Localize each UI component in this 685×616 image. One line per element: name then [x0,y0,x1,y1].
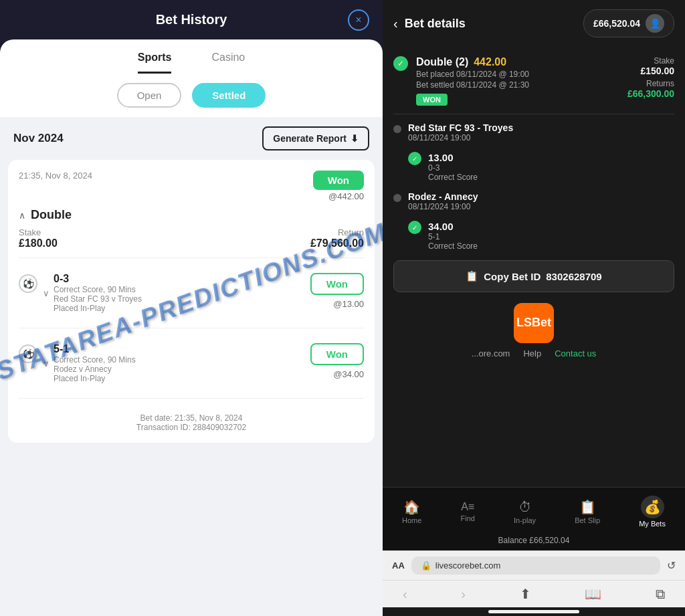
balance-amount: £66,520.04 [593,18,640,29]
stake-label-right: Stake [627,56,674,66]
right-content: ✓ Double (2) 442.00 Bet placed 08/11/202… [383,47,685,487]
filter-settled[interactable]: Settled [192,83,266,108]
nav-bookmark-icon[interactable]: 📖 [585,586,601,602]
chevron-down-icon-1: ∨ [43,288,50,298]
bet-type-label: Double [31,208,72,222]
tabs-row: Sports Casino [0,39,383,74]
bet-footer: Bet date: 21:35, Nov 8, 2024 Transaction… [19,407,364,432]
browser-bar: AA 🔒 livescorebet.com ↺ [383,550,685,580]
leg-right-1: Won @13.00 [310,273,364,309]
url-bar[interactable]: 🔒 livescorebet.com [411,556,660,575]
ls-link-contact[interactable]: Contact us [555,348,596,358]
nav-betslip-label: Bet Slip [575,516,600,524]
won-tag: WON [416,94,448,106]
leg-score-detail-1: 13.00 0-3 Correct Score [428,152,478,182]
bet-double-odds: 442.00 [474,56,506,68]
bet-placed: Bet placed 08/11/2024 @ 19:00 [416,70,529,79]
nav-betslip[interactable]: 📋 Bet Slip [568,496,607,527]
nav-inplay[interactable]: ⏱ In-play [507,497,543,527]
leg-score-type-1: 0-3 [428,163,478,173]
close-button[interactable]: × [348,9,369,31]
nav-mybets[interactable]: 💰 My Bets [632,493,672,530]
close-icon: × [355,14,361,26]
leg-type-val-2: Correct Score [428,241,478,251]
aa-text[interactable]: AA [392,560,405,571]
ls-link-1[interactable]: ...ore.com [472,348,510,358]
nav-find[interactable]: A≡ Find [454,498,482,525]
detail-leg-2: Rodez - Annecy 08/11/2024 19:00 [393,191,674,211]
leg-detail-row-2: Rodez - Annecy 08/11/2024 19:00 [408,191,674,211]
leg-odds-1: @13.00 [333,299,364,309]
nav-share-icon[interactable]: ⬆ [520,586,531,602]
return-col: Return £79,560.00 [310,227,364,249]
inplay-icon: ⏱ [518,500,532,515]
leg-score-row-1: ✓ 13.00 0-3 Correct Score [408,152,674,182]
won-badge-leg2: Won [310,343,364,365]
leg-date-right-1: 08/11/2024 19:00 [408,133,674,142]
stake-value: £180.00 [19,237,58,249]
copy-bet-id-button[interactable]: 📋 Copy Bet ID 8302628709 [393,260,674,292]
check-circle-leg2: ✓ [408,221,421,234]
bet-card-header: 21:35, Nov 8, 2024 Won @442.00 [19,171,364,201]
bet-type-row: ∧ Double [19,208,364,222]
back-arrow-icon[interactable]: ‹ [393,16,398,31]
leg-row-2: ⚽ ∨ 5-1 Correct Score, 90 Mins Rodez v A… [19,336,364,390]
leg-placed-2: Placed In-Play [54,374,136,383]
tab-casino[interactable]: Casino [211,52,245,74]
dot-circle-1 [393,125,401,133]
bet-id-value: 8302628709 [546,271,601,282]
bottom-nav: 🏠 Home A≡ Find ⏱ In-play 📋 Bet Slip 💰 My… [383,487,685,533]
leg-score-val-2: 34.00 [428,221,478,232]
nav-home[interactable]: 🏠 Home [395,496,428,527]
bet-settled: Bet settled 08/11/2024 @ 21:30 [416,80,529,90]
stake-return-row: Stake £180.00 Return £79,560.00 [19,227,364,249]
right-panel: ‹ Bet details £66,520.04 👤 ✓ Double (2) … [383,0,685,616]
ls-link-help[interactable]: Help [523,348,541,358]
leg-details-2: 5-1 Correct Score, 90 Mins Rodez v Annec… [54,343,136,383]
leg-team-1: Red Star FC 93 v Troyes [54,294,142,304]
leg-team-2: Rodez v Annecy [54,365,136,374]
nav-tabs-icon[interactable]: ⧉ [656,587,665,602]
bet-double-type: Double (2) [416,56,468,68]
nav-find-label: Find [461,514,475,522]
left-header: Bet History × [0,0,383,39]
leg-score-detail-2: 34.00 5-1 Correct Score [428,221,478,251]
returns-value-right: £66,300.00 [627,88,674,99]
leg-placed-1: Placed In-Play [54,304,142,313]
month-row: Nov 2024 Generate Report ⬇ [0,117,383,160]
download-icon: ⬇ [351,133,359,144]
returns-label-right: Returns [627,79,674,88]
leg-details-1: 0-3 Correct Score, 90 Mins Red Star FC 9… [54,273,142,313]
bet-history-title: Bet History [156,12,227,27]
leg-score-val-1: 13.00 [428,152,478,163]
generate-report-button[interactable]: Generate Report ⬇ [262,126,369,150]
won-badge-leg1: Won [310,273,364,295]
leg-desc-1: Correct Score, 90 Mins [54,285,142,294]
stake-col: Stake £180.00 [19,227,58,249]
stake-value-right: £150.00 [627,66,674,76]
left-panel: Bet History × Sports Casino Open Settled… [0,0,383,616]
soccer-icon-2: ⚽ [19,344,37,363]
month-label: Nov 2024 [13,132,64,145]
leg-odds-2: @34.00 [333,369,364,379]
nav-mybets-label: My Bets [639,520,666,528]
detail-leg-1: Red Star FC 93 - Troyes 08/11/2024 19:00 [393,122,674,142]
dot-circle-2 [393,194,401,202]
leg-team-right-2: Rodez - Annecy [408,191,674,202]
leg-score-type-2: 5-1 [428,232,478,241]
avatar: 👤 [646,14,664,33]
nav-forward-icon[interactable]: › [461,587,466,602]
filter-row: Open Settled [0,74,383,117]
filter-open[interactable]: Open [117,83,182,108]
mybets-icon: 💰 [641,496,664,518]
check-circle-main: ✓ [393,56,408,71]
reload-icon[interactable]: ↺ [667,559,676,572]
won-badge-main: Won [313,171,364,190]
nav-back-icon[interactable]: ‹ [403,587,407,602]
transaction-id: Transaction ID: 288409032702 [19,423,364,432]
leg-team-right-1: Red Star FC 93 - Troyes [408,122,674,133]
leg-score-row-2: ✓ 34.00 5-1 Correct Score [408,221,674,251]
tab-sports[interactable]: Sports [138,52,172,74]
home-icon: 🏠 [403,499,420,515]
soccer-icon-1: ⚽ [19,274,37,293]
